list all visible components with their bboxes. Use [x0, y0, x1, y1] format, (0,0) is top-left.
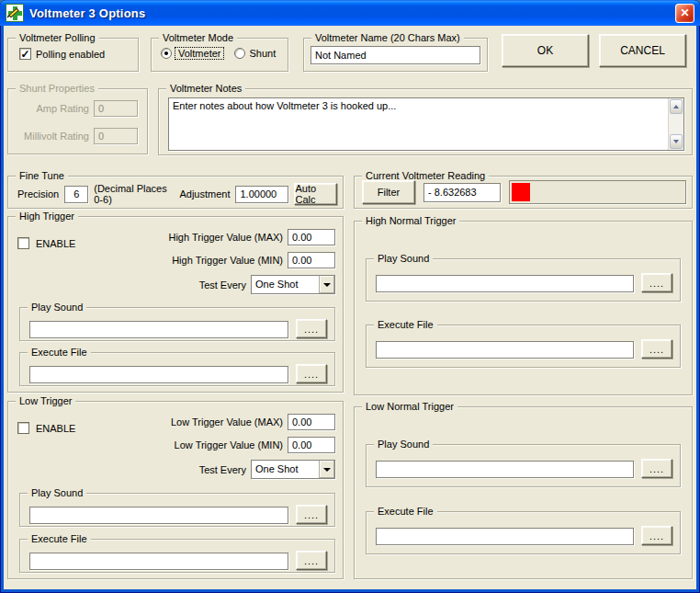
shunt-properties-group-label: Shunt Properties: [16, 82, 98, 95]
low-normal-play-sound-input[interactable]: [376, 461, 634, 478]
high-trigger-test-every-label: Test Every: [199, 279, 246, 291]
high-normal-trigger-group: High Normal Trigger Play Sound .... Exec…: [354, 221, 693, 395]
high-trigger-play-sound-group: Play Sound ....: [19, 307, 335, 341]
adjustment-label: Adjustment: [179, 188, 230, 200]
auto-calc-button[interactable]: Auto Calc: [294, 183, 337, 205]
adjustment-input[interactable]: [235, 186, 288, 203]
high-normal-play-sound-browse-button[interactable]: ....: [641, 273, 672, 292]
high-trigger-execute-file-browse-button[interactable]: ....: [296, 364, 327, 383]
low-normal-play-sound-browse-button[interactable]: ....: [641, 459, 672, 478]
high-trigger-execute-file-input[interactable]: [29, 366, 288, 383]
app-icon: [6, 4, 24, 22]
low-normal-play-sound-group: Play Sound ....: [366, 444, 681, 487]
filter-button[interactable]: Filter: [362, 180, 415, 204]
high-trigger-min-input[interactable]: [288, 252, 335, 268]
precision-label: Precision: [17, 188, 59, 200]
high-normal-play-sound-group: Play Sound ....: [366, 258, 681, 302]
voltmeter-notes-field: Enter notes about how Voltmeter 3 is hoo…: [168, 97, 684, 151]
voltmeter-notes-group: Voltmeter Notes Enter notes about how Vo…: [158, 88, 693, 155]
high-trigger-test-every-dropdown[interactable]: One Shot: [251, 275, 335, 294]
low-trigger-group-label: Low Trigger: [16, 394, 75, 407]
voltmeter-polling-group-label: Voltmeter Polling: [16, 31, 99, 44]
title-bar: Voltmeter 3 Options ✕: [0, 0, 700, 26]
high-trigger-group: High Trigger ENABLE High Trigger Value (…: [7, 216, 344, 393]
low-trigger-max-input[interactable]: [288, 414, 335, 430]
window-title: Voltmeter 3 Options: [29, 6, 675, 20]
low-trigger-min-label: Low Trigger Value (MIN): [175, 439, 283, 450]
high-normal-execute-file-group: Execute File ....: [366, 325, 681, 368]
polling-enabled-label: Polling enabled: [36, 49, 105, 60]
shunt-radio[interactable]: [234, 48, 245, 59]
cancel-button[interactable]: CANCEL: [599, 34, 686, 67]
high-trigger-max-input[interactable]: [288, 229, 335, 245]
high-trigger-execute-file-group: Execute File ....: [19, 352, 335, 386]
low-trigger-max-label: Low Trigger Value (MAX): [171, 416, 283, 428]
voltmeter-notes-textarea[interactable]: Enter notes about how Voltmeter 3 is hoo…: [169, 98, 668, 150]
low-trigger-test-every-dropdown[interactable]: One Shot: [251, 460, 335, 479]
amp-rating-label: Amp Rating: [37, 103, 89, 114]
low-normal-execute-file-group: Execute File ....: [366, 511, 681, 554]
dialog-client-area: Voltmeter Polling ✓ Polling enabled Volt…: [4, 26, 696, 589]
voltmeter-mode-group: Voltmeter Mode Voltmeter Shunt: [151, 38, 288, 72]
reading-value-input: [423, 183, 501, 202]
close-icon[interactable]: ✕: [675, 4, 694, 23]
voltmeter-notes-group-label: Voltmeter Notes: [166, 82, 245, 95]
precision-input[interactable]: [64, 186, 88, 203]
voltmeter-name-group: Voltmeter Name (20 Chars Max): [303, 38, 488, 72]
voltmeter-name-group-label: Voltmeter Name (20 Chars Max): [311, 31, 464, 44]
low-trigger-min-input[interactable]: [288, 437, 335, 453]
low-trigger-enable-label: ENABLE: [36, 423, 75, 434]
voltmeter-radio-label[interactable]: Voltmeter: [175, 48, 223, 59]
voltmeter-name-input[interactable]: [310, 46, 480, 64]
high-normal-play-sound-input[interactable]: [376, 275, 634, 292]
shunt-radio-label[interactable]: Shunt: [249, 48, 276, 59]
low-normal-execute-file-browse-button[interactable]: ....: [641, 526, 672, 545]
low-normal-execute-file-input[interactable]: [376, 528, 634, 545]
low-normal-trigger-group-label: Low Normal Trigger: [362, 400, 457, 413]
fine-tune-group-label: Fine Tune: [16, 169, 68, 182]
voltmeter-options-window: Voltmeter 3 Options ✕ Voltmeter Polling …: [0, 0, 700, 593]
low-trigger-group: Low Trigger ENABLE Low Trigger Value (MA…: [7, 401, 344, 579]
ok-button[interactable]: OK: [502, 34, 589, 67]
voltmeter-mode-group-label: Voltmeter Mode: [159, 31, 237, 44]
low-trigger-play-sound-group: Play Sound ....: [19, 493, 335, 527]
high-trigger-enable-label: ENABLE: [36, 238, 75, 249]
chevron-down-icon[interactable]: [319, 461, 334, 478]
low-trigger-execute-file-browse-button[interactable]: ....: [296, 551, 327, 570]
low-normal-trigger-group: Low Normal Trigger Play Sound .... Execu…: [354, 406, 693, 579]
low-trigger-execute-file-input[interactable]: [29, 553, 288, 570]
reading-status-indicator: [512, 183, 530, 201]
voltmeter-polling-group: Voltmeter Polling ✓ Polling enabled: [7, 38, 139, 72]
high-normal-trigger-group-label: High Normal Trigger: [362, 214, 459, 227]
high-normal-execute-file-input[interactable]: [376, 341, 634, 359]
high-trigger-play-sound-input[interactable]: [29, 321, 288, 338]
scroll-down-icon[interactable]: [670, 134, 683, 149]
voltmeter-radio[interactable]: [161, 48, 172, 59]
fine-tune-group: Fine Tune Precision (Decimal Places 0-6)…: [7, 176, 344, 209]
chevron-down-icon[interactable]: [319, 276, 334, 293]
millivolt-rating-input: [94, 128, 138, 144]
low-trigger-execute-file-group: Execute File ....: [19, 539, 335, 573]
high-trigger-enable-checkbox[interactable]: [17, 237, 29, 249]
shunt-properties-group: Shunt Properties Amp Rating Millivolt Ra…: [7, 88, 148, 154]
high-normal-execute-file-browse-button[interactable]: ....: [641, 339, 672, 359]
high-trigger-play-sound-browse-button[interactable]: ....: [296, 319, 327, 338]
low-trigger-play-sound-browse-button[interactable]: ....: [296, 505, 327, 524]
high-trigger-group-label: High Trigger: [16, 210, 78, 222]
precision-hint: (Decimal Places 0-6): [94, 183, 168, 205]
high-trigger-max-label: High Trigger Value (MAX): [168, 232, 283, 243]
high-trigger-min-label: High Trigger Value (MIN): [172, 255, 283, 266]
notes-scrollbar[interactable]: [668, 98, 683, 150]
millivolt-rating-label: Millivolt Rating: [24, 131, 89, 142]
low-trigger-play-sound-input[interactable]: [29, 507, 288, 524]
low-trigger-test-every-label: Test Every: [199, 464, 246, 475]
reading-indicator-panel: [509, 180, 686, 204]
scroll-up-icon[interactable]: [670, 99, 683, 114]
polling-enabled-checkbox[interactable]: ✓: [19, 48, 31, 60]
current-reading-group: Current Voltmeter Reading Filter: [354, 176, 693, 209]
amp-rating-input: [94, 100, 138, 117]
low-trigger-enable-checkbox[interactable]: [17, 422, 29, 434]
